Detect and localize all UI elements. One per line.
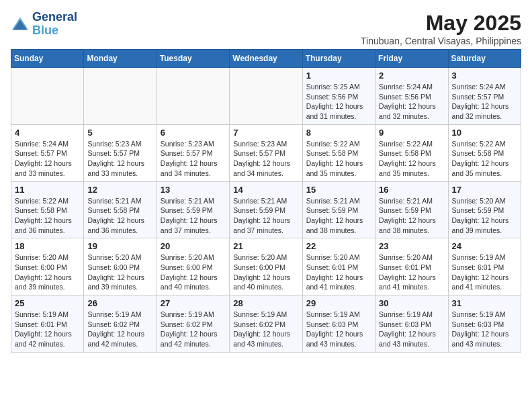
day-cell: 29Sunrise: 5:19 AMSunset: 6:03 PMDayligh…	[302, 295, 375, 353]
day-number: 14	[233, 185, 298, 195]
weekday-header-tuesday: Tuesday	[157, 50, 229, 68]
day-number: 13	[161, 185, 226, 195]
day-info: Sunrise: 5:20 AMSunset: 6:01 PMDaylight:…	[379, 253, 444, 292]
day-info: Sunrise: 5:20 AMSunset: 6:01 PMDaylight:…	[306, 253, 371, 292]
day-number: 9	[379, 128, 444, 138]
week-row-3: 11Sunrise: 5:22 AMSunset: 5:58 PMDayligh…	[11, 181, 521, 238]
day-number: 15	[306, 185, 371, 195]
day-number: 25	[15, 298, 80, 308]
day-info: Sunrise: 5:22 AMSunset: 5:58 PMDaylight:…	[452, 139, 517, 179]
day-number: 24	[452, 241, 517, 251]
day-number: 19	[87, 241, 152, 251]
day-info: Sunrise: 5:20 AMSunset: 6:00 PMDaylight:…	[161, 253, 226, 292]
day-info: Sunrise: 5:20 AMSunset: 6:00 PMDaylight:…	[233, 253, 298, 292]
day-cell: 20Sunrise: 5:20 AMSunset: 6:00 PMDayligh…	[157, 238, 229, 295]
day-cell	[230, 68, 302, 125]
day-cell: 27Sunrise: 5:19 AMSunset: 6:02 PMDayligh…	[157, 295, 229, 353]
week-row-4: 18Sunrise: 5:20 AMSunset: 6:00 PMDayligh…	[11, 238, 521, 295]
day-cell: 13Sunrise: 5:21 AMSunset: 5:59 PMDayligh…	[157, 181, 229, 238]
day-info: Sunrise: 5:24 AMSunset: 5:57 PMDaylight:…	[452, 82, 517, 122]
day-number: 20	[161, 241, 226, 251]
day-number: 28	[233, 298, 298, 308]
day-number: 26	[87, 298, 152, 308]
day-info: Sunrise: 5:24 AMSunset: 5:56 PMDaylight:…	[379, 82, 444, 122]
day-number: 10	[452, 128, 517, 138]
day-cell: 30Sunrise: 5:19 AMSunset: 6:03 PMDayligh…	[375, 295, 448, 353]
day-cell: 9Sunrise: 5:22 AMSunset: 5:58 PMDaylight…	[375, 124, 448, 181]
day-info: Sunrise: 5:24 AMSunset: 5:57 PMDaylight:…	[15, 139, 80, 179]
logo-icon	[11, 15, 30, 34]
day-number: 23	[379, 241, 444, 251]
day-info: Sunrise: 5:19 AMSunset: 6:03 PMDaylight:…	[452, 310, 517, 349]
day-cell: 22Sunrise: 5:20 AMSunset: 6:01 PMDayligh…	[302, 238, 375, 295]
day-number: 12	[87, 185, 152, 195]
day-cell: 8Sunrise: 5:22 AMSunset: 5:58 PMDaylight…	[302, 124, 375, 181]
day-cell: 18Sunrise: 5:20 AMSunset: 6:00 PMDayligh…	[11, 238, 84, 295]
day-info: Sunrise: 5:20 AMSunset: 6:00 PMDaylight:…	[15, 253, 80, 292]
day-cell: 17Sunrise: 5:20 AMSunset: 5:59 PMDayligh…	[448, 181, 521, 238]
day-info: Sunrise: 5:19 AMSunset: 6:02 PMDaylight:…	[233, 310, 298, 349]
week-row-1: 1Sunrise: 5:25 AMSunset: 5:56 PMDaylight…	[11, 68, 521, 125]
day-number: 30	[379, 298, 444, 308]
day-number: 29	[306, 298, 371, 308]
day-number: 18	[15, 241, 80, 251]
day-number: 3	[452, 71, 517, 81]
day-cell: 31Sunrise: 5:19 AMSunset: 6:03 PMDayligh…	[448, 295, 521, 353]
day-info: Sunrise: 5:22 AMSunset: 5:58 PMDaylight:…	[306, 139, 371, 179]
day-info: Sunrise: 5:19 AMSunset: 6:02 PMDaylight:…	[161, 310, 226, 349]
location: Tinubuan, Central Visayas, Philippines	[361, 36, 521, 46]
logo: GeneralBlue	[11, 11, 77, 38]
day-info: Sunrise: 5:20 AMSunset: 6:00 PMDaylight:…	[87, 253, 152, 292]
day-number: 4	[15, 128, 80, 138]
week-row-5: 25Sunrise: 5:19 AMSunset: 6:01 PMDayligh…	[11, 295, 521, 353]
day-cell	[11, 68, 84, 125]
day-info: Sunrise: 5:19 AMSunset: 6:02 PMDaylight:…	[87, 310, 152, 349]
day-cell: 28Sunrise: 5:19 AMSunset: 6:02 PMDayligh…	[230, 295, 302, 353]
day-cell: 4Sunrise: 5:24 AMSunset: 5:57 PMDaylight…	[11, 124, 84, 181]
day-cell: 7Sunrise: 5:23 AMSunset: 5:57 PMDaylight…	[230, 124, 302, 181]
day-info: Sunrise: 5:21 AMSunset: 5:59 PMDaylight:…	[161, 196, 226, 236]
day-cell: 12Sunrise: 5:21 AMSunset: 5:58 PMDayligh…	[84, 181, 157, 238]
day-number: 11	[15, 185, 80, 195]
day-cell: 11Sunrise: 5:22 AMSunset: 5:58 PMDayligh…	[11, 181, 84, 238]
day-info: Sunrise: 5:23 AMSunset: 5:57 PMDaylight:…	[233, 139, 298, 179]
day-info: Sunrise: 5:22 AMSunset: 5:58 PMDaylight:…	[379, 139, 444, 179]
day-number: 21	[233, 241, 298, 251]
day-cell: 2Sunrise: 5:24 AMSunset: 5:56 PMDaylight…	[375, 68, 448, 125]
day-info: Sunrise: 5:19 AMSunset: 6:03 PMDaylight:…	[306, 310, 371, 349]
weekday-header-wednesday: Wednesday	[230, 50, 302, 68]
day-info: Sunrise: 5:19 AMSunset: 6:01 PMDaylight:…	[452, 253, 517, 292]
day-number: 1	[306, 71, 371, 81]
day-number: 6	[161, 128, 226, 138]
day-info: Sunrise: 5:21 AMSunset: 5:59 PMDaylight:…	[306, 196, 371, 236]
day-info: Sunrise: 5:19 AMSunset: 6:01 PMDaylight:…	[15, 310, 80, 349]
day-info: Sunrise: 5:23 AMSunset: 5:57 PMDaylight:…	[161, 139, 226, 179]
day-info: Sunrise: 5:23 AMSunset: 5:57 PMDaylight:…	[87, 139, 152, 179]
day-cell	[84, 68, 157, 125]
day-cell: 10Sunrise: 5:22 AMSunset: 5:58 PMDayligh…	[448, 124, 521, 181]
day-cell: 6Sunrise: 5:23 AMSunset: 5:57 PMDaylight…	[157, 124, 229, 181]
day-cell: 15Sunrise: 5:21 AMSunset: 5:59 PMDayligh…	[302, 181, 375, 238]
weekday-header-saturday: Saturday	[448, 50, 521, 68]
day-number: 22	[306, 241, 371, 251]
calendar-body: 1Sunrise: 5:25 AMSunset: 5:56 PMDaylight…	[11, 68, 521, 353]
day-cell: 5Sunrise: 5:23 AMSunset: 5:57 PMDaylight…	[84, 124, 157, 181]
calendar-header: SundayMondayTuesdayWednesdayThursdayFrid…	[11, 50, 521, 68]
day-info: Sunrise: 5:22 AMSunset: 5:58 PMDaylight:…	[15, 196, 80, 236]
day-cell: 26Sunrise: 5:19 AMSunset: 6:02 PMDayligh…	[84, 295, 157, 353]
day-number: 2	[379, 71, 444, 81]
month-year: May 2025	[361, 11, 521, 36]
day-cell: 23Sunrise: 5:20 AMSunset: 6:01 PMDayligh…	[375, 238, 448, 295]
day-number: 27	[161, 298, 226, 308]
day-cell: 24Sunrise: 5:19 AMSunset: 6:01 PMDayligh…	[448, 238, 521, 295]
day-number: 16	[379, 185, 444, 195]
day-number: 5	[87, 128, 152, 138]
title-block: May 2025 Tinubuan, Central Visayas, Phil…	[361, 11, 521, 46]
day-cell	[157, 68, 229, 125]
day-info: Sunrise: 5:21 AMSunset: 5:59 PMDaylight:…	[379, 196, 444, 236]
day-info: Sunrise: 5:20 AMSunset: 5:59 PMDaylight:…	[452, 196, 517, 236]
calendar-table: SundayMondayTuesdayWednesdayThursdayFrid…	[11, 49, 521, 353]
page-header: GeneralBlue May 2025 Tinubuan, Central V…	[11, 11, 521, 46]
day-info: Sunrise: 5:21 AMSunset: 5:59 PMDaylight:…	[233, 196, 298, 236]
day-info: Sunrise: 5:21 AMSunset: 5:58 PMDaylight:…	[87, 196, 152, 236]
